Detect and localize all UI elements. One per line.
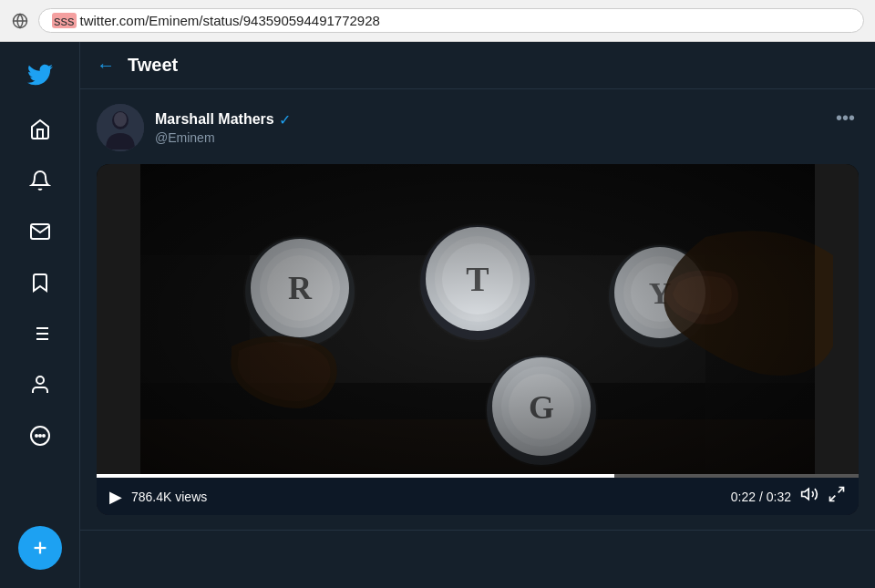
play-button[interactable]: ▶ (109, 487, 122, 507)
verified-badge: ✓ (279, 111, 291, 129)
svg-point-17 (114, 112, 127, 127)
sidebar-item-twitter-logo[interactable] (18, 53, 62, 97)
avatar-image (97, 104, 144, 151)
svg-line-51 (830, 496, 836, 501)
browser-chrome: ssstwitter.com/Eminem/status/94359059449… (0, 0, 875, 42)
tweet-user-info: Marshall Mathers ✓ @Eminem (97, 104, 291, 151)
sidebar-item-messages[interactable] (18, 210, 62, 253)
tweet-user-row: Marshall Mathers ✓ @Eminem ••• (97, 104, 859, 151)
time-display: 0:22 / 0:32 (731, 490, 791, 504)
back-button[interactable]: ← (97, 55, 115, 76)
sidebar-item-lists[interactable] (18, 312, 62, 356)
sidebar-item-bookmarks[interactable] (18, 261, 62, 304)
video-scene: R T (97, 164, 859, 474)
tweet-card: Marshall Mathers ✓ @Eminem ••• (80, 89, 875, 531)
compose-button[interactable] (18, 526, 62, 570)
sidebar-item-more[interactable] (18, 414, 62, 458)
user-name-row: Marshall Mathers ✓ (155, 111, 291, 129)
svg-rect-48 (140, 164, 815, 474)
volume-button[interactable] (800, 485, 818, 508)
video-thumbnail[interactable]: R T (97, 164, 859, 474)
video-container: R T (97, 164, 859, 515)
svg-point-12 (43, 435, 45, 437)
username[interactable]: @Eminem (155, 130, 291, 145)
fullscreen-button[interactable] (828, 485, 846, 508)
main-layout: ← Tweet (0, 42, 875, 588)
svg-line-50 (839, 488, 844, 493)
url-bar[interactable]: ssstwitter.com/Eminem/status/94359059449… (38, 8, 864, 33)
globe-icon (11, 12, 29, 30)
sidebar-item-profile[interactable] (18, 363, 62, 407)
svg-point-10 (36, 435, 37, 437)
sidebar-item-home[interactable] (18, 108, 62, 151)
svg-marker-49 (802, 489, 809, 500)
controls-row: ▶ 786.4K views 0:22 / 0:32 (97, 478, 859, 515)
content-area: ← Tweet (80, 42, 875, 588)
display-name[interactable]: Marshall Mathers (155, 111, 274, 128)
url-sss-highlight: sss (52, 13, 77, 28)
more-options-button[interactable]: ••• (832, 104, 859, 132)
avatar[interactable] (97, 104, 144, 151)
url-text: twitter.com/Eminem/status/94359059449177… (80, 13, 380, 28)
page-title: Tweet (128, 55, 178, 76)
video-controls: ▶ 786.4K views 0:22 / 0:32 (97, 474, 859, 515)
tweet-header-bar: ← Tweet (80, 42, 875, 89)
svg-point-11 (39, 435, 41, 437)
view-count: 786.4K views (131, 490, 722, 504)
sidebar-item-notifications[interactable] (18, 159, 62, 202)
user-name-block: Marshall Mathers ✓ @Eminem (155, 111, 291, 145)
sidebar (0, 42, 80, 588)
svg-point-8 (36, 377, 44, 384)
